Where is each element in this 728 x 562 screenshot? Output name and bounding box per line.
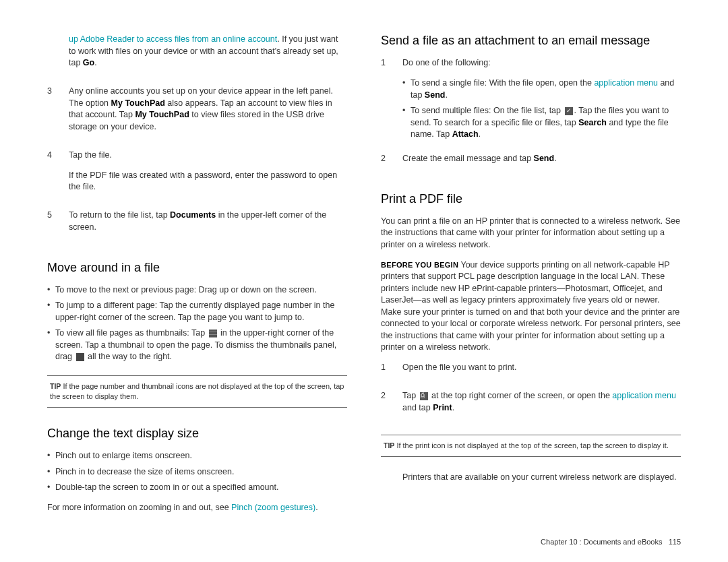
- step-3: 3 Any online accounts you set up on your…: [47, 86, 347, 142]
- print-step-2: 2 Tap at the top right corner of the scr…: [381, 390, 681, 423]
- print-steps: 1 Open the file you want to print. 2 Tap…: [381, 362, 681, 423]
- step-4: 4 Tap the file. If the PDF file was crea…: [47, 150, 347, 202]
- step-5: 5 To return to the file list, tap Docume…: [47, 210, 347, 242]
- multiselect-icon: [565, 107, 573, 115]
- move-bullets: To move to the next or previous page: Dr…: [47, 284, 347, 363]
- left-column: up Adobe Reader to access files from an …: [47, 34, 347, 542]
- before-you-begin: BEFORE YOU BEGIN Your device supports pr…: [381, 259, 681, 354]
- printers-available: Printers that are available on your curr…: [402, 472, 681, 484]
- send-steps: 1 Do one of the following: To send a sin…: [381, 57, 681, 173]
- print-step-1: 1 Open the file you want to print.: [381, 362, 681, 382]
- tip-box-left: TIP If the page number and thumbnail ico…: [47, 375, 347, 408]
- application-menu-link-2[interactable]: application menu: [612, 391, 676, 400]
- heading-print-pdf: Print a PDF file: [381, 192, 681, 206]
- adobe-reader-link[interactable]: up Adobe Reader to access files from an …: [69, 34, 277, 44]
- send-step-2: 2 Create the email message and tap Send.: [381, 153, 681, 173]
- pinch-gestures-link[interactable]: Pinch (zoom gestures): [231, 503, 315, 512]
- page-footer: Chapter 10 : Documents and eBooks 115: [541, 538, 681, 546]
- drag-handle-icon: [76, 353, 84, 361]
- tip-box-right: TIP If the print icon is not displayed a…: [381, 435, 681, 457]
- right-column: Send a file as an attachment to an email…: [381, 34, 681, 542]
- more-info: For more information on zooming in and o…: [47, 502, 347, 514]
- print-icon: [420, 392, 428, 400]
- step-continuation: up Adobe Reader to access files from an …: [47, 34, 347, 77]
- heading-send-file: Send a file as an attachment to an email…: [381, 34, 681, 48]
- thumbnail-icon: [209, 330, 217, 338]
- application-menu-link-1[interactable]: application menu: [594, 78, 658, 88]
- heading-move-around: Move around in a file: [47, 261, 347, 275]
- heading-change-text-size: Change the text display size: [47, 427, 347, 441]
- print-intro: You can print a file on an HP printer th…: [381, 216, 681, 251]
- change-bullets: Pinch out to enlarge items onscreen. Pin…: [47, 450, 347, 494]
- send-step-1: 1 Do one of the following: To send a sin…: [381, 57, 681, 145]
- step-list-left: up Adobe Reader to access files from an …: [47, 34, 347, 242]
